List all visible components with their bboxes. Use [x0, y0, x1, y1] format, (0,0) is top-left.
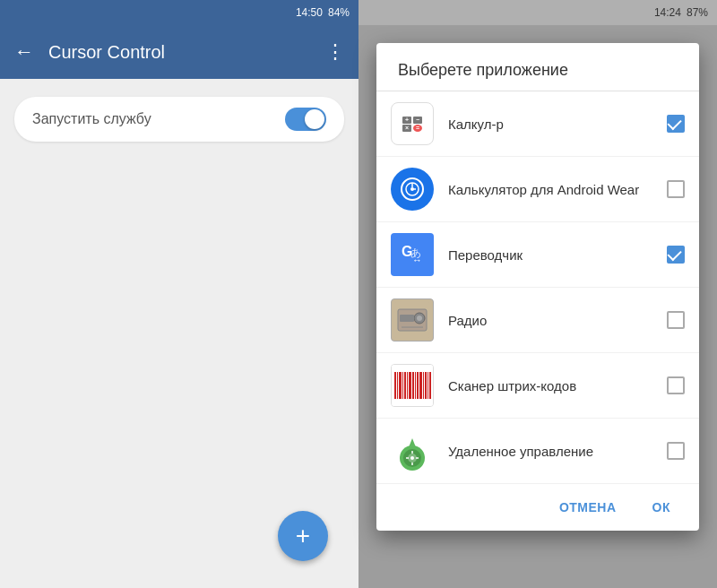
- left-battery: 84%: [328, 6, 350, 19]
- svg-rect-13: [400, 315, 414, 322]
- list-item[interactable]: Удаленное управление: [376, 419, 699, 484]
- status-bar-left: 14:50 84%: [0, 0, 358, 25]
- app-name: Калкул-р: [448, 117, 667, 132]
- app-picker-dialog: Выберете приложение + − × = Калку: [376, 43, 699, 531]
- list-item[interactable]: Сканер штрих-кодов: [376, 353, 699, 419]
- service-label: Запустить службу: [32, 111, 151, 127]
- radio-svg: [394, 302, 430, 338]
- right-battery: 87%: [687, 6, 708, 19]
- svg-rect-19: [402, 372, 403, 399]
- app-bar: ← Cursor Control ⋮: [0, 25, 358, 79]
- svg-rect-29: [428, 372, 428, 399]
- app-name: Удаленное управление: [448, 444, 667, 459]
- dialog-title: Выберете приложение: [376, 43, 699, 91]
- app-icon-remote: [391, 429, 434, 472]
- service-toggle-row: Запустить службу: [14, 97, 344, 142]
- barcode-svg: [392, 365, 433, 406]
- app-icon-radio: [391, 298, 434, 342]
- svg-rect-23: [412, 372, 414, 399]
- list-item[interactable]: Радио: [376, 288, 699, 353]
- app-checkbox[interactable]: [667, 442, 685, 460]
- list-item[interactable]: G ↔ あ Переводчик: [376, 222, 699, 288]
- remote-svg: [393, 431, 432, 471]
- toggle-knob: [305, 109, 324, 129]
- svg-point-34: [410, 456, 414, 460]
- svg-rect-21: [407, 372, 408, 399]
- svg-rect-27: [423, 372, 424, 399]
- fab-button[interactable]: +: [278, 511, 328, 561]
- app-name: Радио: [448, 313, 667, 328]
- app-list: + − × = Калкул-р: [376, 91, 699, 484]
- ok-button[interactable]: ОК: [638, 491, 685, 523]
- app-checkbox[interactable]: [667, 376, 685, 394]
- app-checkbox[interactable]: [667, 115, 685, 133]
- svg-point-12: [417, 316, 422, 321]
- app-name: Переводчик: [448, 247, 667, 263]
- left-panel: 14:50 84% ← Cursor Control ⋮ Запустить с…: [0, 0, 358, 588]
- list-item[interactable]: + − × = Калкул-р: [376, 91, 699, 157]
- svg-rect-22: [409, 372, 411, 399]
- app-name: Калькулятор для Android Wear: [448, 182, 667, 197]
- right-panel: 14:24 87% Выберете приложение + − × =: [358, 0, 717, 588]
- app-icon-barcode: [391, 364, 434, 407]
- app-icon-translate: G ↔ あ: [391, 233, 434, 276]
- svg-rect-26: [419, 372, 422, 399]
- svg-rect-20: [404, 372, 406, 399]
- left-time: 14:50: [296, 6, 323, 19]
- dialog-actions: ОТМЕНА ОК: [376, 484, 699, 531]
- svg-text:あ: あ: [410, 246, 421, 259]
- more-options-button[interactable]: ⋮: [325, 40, 344, 64]
- app-checkbox[interactable]: [667, 180, 685, 198]
- app-checkbox[interactable]: [667, 311, 685, 329]
- svg-rect-28: [425, 372, 427, 399]
- service-toggle[interactable]: [285, 108, 326, 131]
- app-name: Сканер штрих-кодов: [448, 378, 667, 393]
- svg-rect-16: [394, 372, 396, 399]
- app-checkbox[interactable]: [667, 246, 685, 264]
- svg-rect-18: [399, 372, 402, 399]
- back-button[interactable]: ←: [14, 40, 34, 64]
- cancel-button[interactable]: ОТМЕНА: [545, 491, 631, 523]
- status-bar-right: 14:24 87%: [358, 0, 717, 25]
- app-title: Cursor Control: [48, 42, 311, 63]
- app-icon-wear-calculator: [391, 168, 434, 211]
- dialog-backdrop: Выберете приложение + − × = Калку: [358, 25, 717, 588]
- svg-rect-30: [429, 372, 431, 399]
- list-item[interactable]: Калькулятор для Android Wear: [376, 157, 699, 222]
- svg-rect-17: [397, 372, 398, 399]
- wear-calc-svg: [398, 175, 427, 203]
- svg-rect-25: [417, 372, 419, 399]
- translate-svg: G ↔ あ: [394, 237, 430, 272]
- right-time: 14:24: [654, 6, 681, 19]
- svg-rect-24: [415, 372, 416, 399]
- app-icon-calculator: + − × =: [391, 102, 434, 145]
